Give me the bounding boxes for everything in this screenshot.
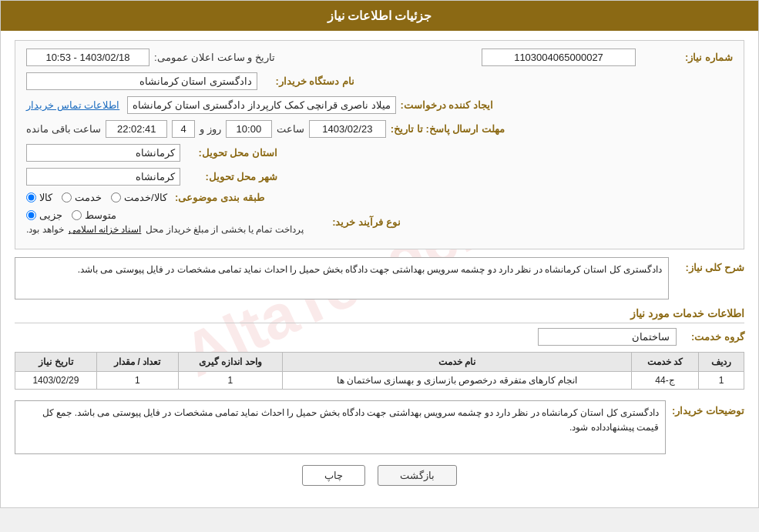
label-deadline-time: ساعت [277,123,304,135]
services-table: ردیف کد خدمت نام خدمت واحد اندازه گیری ت… [15,352,744,390]
radio-partial[interactable]: جزیی [26,209,62,221]
page-title: جزئیات اطلاعات نیاز [327,9,432,22]
table-cell-0: 1 [698,372,744,390]
radio-goods-service-input[interactable] [111,192,121,202]
radio-medium-label: متوسط [85,209,116,221]
radio-service[interactable]: خدمت [62,192,102,203]
table-cell-2: انجام کارهای متفرقه درخصوص بازسازی و بهس… [283,372,632,390]
page-wrapper: جزئیات اطلاعات نیاز AltaTender.net شماره… [0,0,759,508]
col-service-code: کد خدمت [631,353,698,372]
purchase-type-radio-group: متوسط جزیی [26,209,116,221]
buyer-notes-text: دادگستری کل استان کرمانشاه در نظر دارد د… [15,400,666,454]
main-content: AltaTender.net شماره نیاز: 1103004065000… [1,31,758,507]
value-service-group: ساختمان [538,328,677,346]
col-unit: واحد اندازه گیری [178,353,283,372]
radio-service-input[interactable] [62,192,72,202]
purchase-type-suffix: خواهد بود. [26,224,64,235]
table-cell-4: 1 [96,372,178,390]
purchase-type-underline: اسناد خزانه اسلامی [69,224,142,235]
row-creator: ایجاد کننده درخواست: میلاد ناصری قرانچی … [26,96,733,114]
label-deadline-days: روز و [200,123,221,135]
buyer-notes-row: توضیحات خریدار: دادگستری کل استان کرمانش… [15,400,744,454]
content-inner: شماره نیاز: 1103004065000027 تاریخ و ساع… [15,40,744,498]
radio-partial-input[interactable] [26,210,36,220]
label-category: طبقه بندی موضوعی: [172,192,264,203]
value-buyer-org: دادگستری استان کرمانشاه [26,72,257,90]
radio-service-label: خدمت [75,192,102,203]
radio-medium-input[interactable] [72,210,82,220]
radio-medium[interactable]: متوسط [72,209,116,221]
back-button[interactable]: بازگشت [378,465,457,486]
watermark-area: AltaTender.net شماره نیاز: 1103004065000… [15,40,744,498]
contact-info-link[interactable]: اطلاعات تماس خریدار [26,99,119,111]
col-row-num: ردیف [698,353,744,372]
row-purchase-type: نوع فرآیند خرید: متوسط جزیی [26,209,733,235]
print-button[interactable]: چاپ [302,465,365,486]
label-delivery-city: شهر محل تحویل: [185,171,277,182]
row-delivery-province: استان محل تحویل: کرمانشاه [26,144,733,162]
col-quantity: تعداد / مقدار [96,353,178,372]
value-deadline-time: 10:00 [226,120,272,138]
payment-note: پرداخت تمام یا بخشی از مبلغ خریداز محل ا… [26,224,304,235]
radio-goods-input[interactable] [26,192,36,202]
label-buyer-org: نام دستگاه خریدار: [262,75,354,87]
page-header: جزئیات اطلاعات نیاز [1,1,758,31]
table-cell-1: ج-44 [631,372,698,390]
value-deadline-days: 4 [172,120,195,138]
radio-goods-label: کالا [39,192,52,203]
footer-buttons: بازگشت چاپ [15,454,744,498]
value-delivery-province: کرمانشاه [26,144,180,162]
radio-partial-label: جزیی [39,209,62,221]
label-send-deadline: مهلت ارسال پاسخ: تا تاریخ: [391,123,505,135]
label-service-group: گروه خدمت: [683,331,744,343]
radio-goods[interactable]: کالا [26,192,52,203]
label-buyer-notes: توضیحات خریدار: [672,400,744,417]
col-service-name: نام خدمت [283,353,632,372]
col-date: تاریخ نیاز [15,353,97,372]
value-delivery-city: کرمانشاه [26,168,180,186]
service-group-row: گروه خدمت: ساختمان [15,328,744,346]
label-general-desc: شرح کلی نیاز: [675,257,744,273]
row-delivery-city: شهر محل تحویل: کرمانشاه [26,168,733,186]
general-desc-text: دادگستری کل استان کرمانشاه در نظر دارد د… [15,257,669,299]
value-announce-date: 1403/02/18 - 10:53 [26,49,149,66]
value-deadline-remain: 22:02:41 [106,120,167,138]
label-delivery-province: استان محل تحویل: [185,147,277,159]
section-title-service-info: اطلاعات خدمات مورد نیاز [15,307,744,323]
label-announce-date: تاریخ و ساعت اعلان عمومی: [154,52,275,63]
value-need-number: 1103004065000027 [482,49,636,66]
table-cell-3: 1 [178,372,283,390]
label-creator: ایجاد کننده درخواست: [401,99,494,111]
table-cell-5: 1403/02/29 [15,372,97,390]
radio-goods-service[interactable]: کالا/خدمت [111,192,167,203]
table-row: 1ج-44انجام کارهای متفرقه درخصوص بازسازی … [15,372,744,390]
row-send-deadline: مهلت ارسال پاسخ: تا تاریخ: 1403/02/23 سا… [26,120,733,138]
label-deadline-remain: ساعت باقی مانده [26,123,101,135]
label-purchase-type: نوع فرآیند خرید: [308,216,401,228]
top-info-section: شماره نیاز: 1103004065000027 تاریخ و ساع… [15,40,744,249]
radio-goods-service-label: کالا/خدمت [124,192,167,203]
row-buyer-org: نام دستگاه خریدار: دادگستری استان کرمانش… [26,72,733,90]
value-creator: میلاد ناصری قرانچی کمک کارپرداز دادگستری… [127,96,395,114]
row-category: طبقه بندی موضوعی: کالا/خدمت خدمت [26,192,733,203]
value-deadline-date: 1403/02/23 [309,120,386,138]
label-need-number: شماره نیاز: [640,52,733,63]
category-radio-group: کالا/خدمت خدمت کالا [26,192,167,203]
general-desc-wrapper: شرح کلی نیاز: دادگستری کل استان کرمانشاه… [15,257,744,299]
row-need-number: شماره نیاز: 1103004065000027 تاریخ و ساع… [26,49,733,66]
purchase-type-note-text: پرداخت تمام یا بخشی از مبلغ خریداز محل [146,224,303,235]
